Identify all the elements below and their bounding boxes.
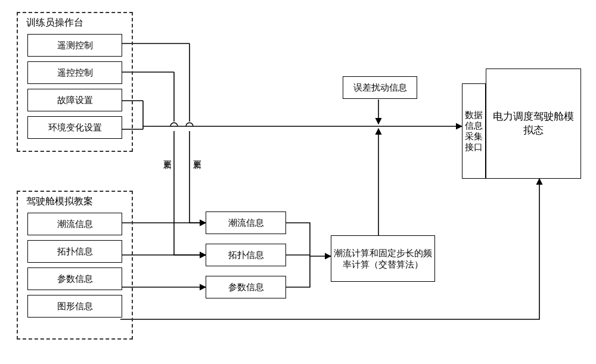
flowchart-diagram: 训练员操作台 遥测控制 遥控控制 故障设置 环境变化设置 驾驶舱模拟教案 潮流信… [0,0,596,364]
calc-box: 潮流计算和固定步长的频率计算（交替算法） [331,235,435,282]
item-remote-control: 遥控控制 [27,61,122,84]
error-disturbance-box: 误差扰动信息 [343,76,417,99]
item-fault-setting: 故障设置 [27,89,122,111]
sim-state-box: 电力调度驾驶舱模拟态 [486,69,581,179]
mid-flow-info: 潮流信息 [206,211,286,234]
mid-param-info: 参数信息 [206,276,286,298]
data-interface-label: 数据信息采集接口 [465,110,483,153]
group-cockpit-plan-title: 驾驶舱模拟教案 [24,195,126,208]
item-plan-topology: 拓扑信息 [27,240,122,263]
group-cockpit-plan: 驾驶舱模拟教案 潮流信息 拓扑信息 参数信息 图形信息 [17,191,133,340]
group-trainer-console: 训练员操作台 遥测控制 遥控控制 故障设置 环境变化设置 [17,12,133,152]
item-plan-flow: 潮流信息 [27,213,122,235]
item-telemetry-control: 遥测控制 [27,34,122,57]
item-plan-param: 参数信息 [27,267,122,290]
item-env-change-setting: 环境变化设置 [27,116,122,139]
data-interface-box: 数据信息采集接口 [462,83,486,179]
item-plan-graphic: 图形信息 [27,295,122,318]
group-trainer-console-title: 训练员操作台 [24,17,126,29]
mid-topology-info: 拓扑信息 [206,244,286,266]
